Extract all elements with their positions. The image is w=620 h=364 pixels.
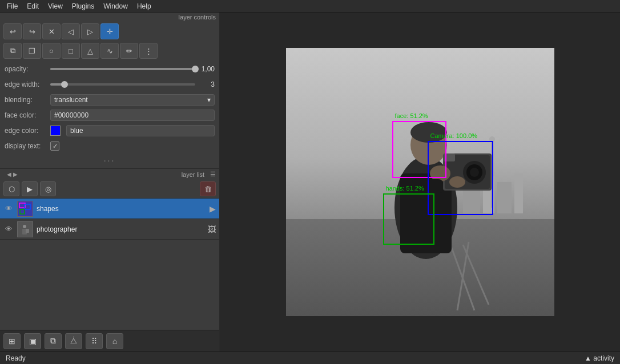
menu-view[interactable]: View: [43, 1, 67, 11]
layer-photographer[interactable]: 👁 photographer 🖼: [0, 219, 219, 240]
svg-rect-2: [20, 209, 25, 214]
layer-thumb-photographer: [17, 221, 33, 237]
tool-undo[interactable]: ↩: [3, 23, 22, 39]
bottom-toolbar: ⊞ ▣ ⧉ ⧊ ⠿ ⌂: [0, 330, 219, 351]
layer-name-photographer: photographer: [37, 225, 204, 233]
tool-nodes[interactable]: ⋮: [139, 43, 158, 59]
menu-plugins[interactable]: Plugins: [67, 1, 99, 11]
layer-thumb-shapes: [17, 201, 33, 217]
edge-width-slider-container: 3: [50, 80, 215, 88]
edge-width-value: 3: [199, 80, 215, 88]
tool-next[interactable]: ▷: [81, 23, 99, 39]
display-text-checkbox[interactable]: ✓: [50, 141, 59, 151]
display-text-label: display text:: [5, 142, 50, 150]
activity-text: ▲ activity: [585, 354, 614, 362]
menu-file[interactable]: File: [2, 1, 22, 11]
ll-add-shapes[interactable]: ⬡: [3, 181, 19, 196]
tool-ellipse[interactable]: ○: [42, 43, 61, 59]
tool-copy[interactable]: ❐: [23, 43, 41, 59]
tool-prev[interactable]: ◁: [62, 23, 80, 39]
tool-rect[interactable]: □: [62, 43, 80, 59]
canvas-area[interactable]: face: 51.2% Camera: 100.0% hands: 51.2%: [220, 13, 620, 351]
layer-list-menu-icon[interactable]: ☰: [210, 171, 216, 178]
edge-color-label: edge color:: [5, 127, 50, 135]
ll-add-vector[interactable]: ▶: [22, 181, 38, 196]
layer-list-title: layer list: [182, 171, 204, 178]
more-options-dots[interactable]: ···: [0, 155, 219, 166]
detection-box-hands: hands: 51.2%: [383, 193, 434, 245]
menu-window[interactable]: Window: [99, 1, 132, 11]
opacity-slider-container: 1,00: [50, 65, 215, 73]
blending-label: blending:: [5, 96, 50, 104]
detection-label-face: face: 51.2%: [393, 112, 430, 120]
edge-color-input[interactable]: blue: [66, 125, 215, 136]
bt-terminal[interactable]: ⊞: [3, 333, 21, 349]
ll-add-label[interactable]: ◎: [40, 181, 56, 196]
image-container: face: 51.2% Camera: 100.0% hands: 51.2%: [286, 48, 554, 316]
tool-redo[interactable]: ↪: [23, 23, 41, 39]
mini-right-icon: ▶: [13, 171, 18, 177]
edge-width-label: edge width:: [5, 80, 50, 88]
tool-curve[interactable]: ∿: [100, 43, 119, 59]
detection-label-camera: Camera: 100.0%: [429, 132, 480, 140]
tools-row-1: ↩ ↪ ✕ ◁ ▷ ✛: [0, 22, 219, 41]
status-text: Ready: [6, 354, 26, 362]
bt-grid[interactable]: ⠿: [86, 333, 103, 349]
tool-triangle[interactable]: △: [81, 43, 99, 59]
face-color-row: face color: #00000000: [5, 109, 215, 122]
svg-point-3: [23, 225, 26, 228]
main-layout: layer controls ↩ ↪ ✕ ◁ ▷ ✛ ⧉ ❐ ○ □ △ ∿ ✏…: [0, 13, 620, 351]
svg-rect-5: [26, 229, 29, 233]
svg-rect-10: [497, 182, 512, 213]
opacity-value: 1,00: [199, 65, 215, 73]
layer-list-header: ◀ ▶ layer list ☰: [0, 169, 219, 180]
edge-width-slider[interactable]: [50, 83, 195, 86]
tool-close[interactable]: ✕: [42, 23, 61, 39]
layer-arrow-shapes: ▶: [210, 204, 216, 213]
edge-color-row: edge color: blue: [5, 124, 215, 137]
edge-width-row: edge width: 3: [5, 78, 215, 91]
layer-name-shapes: shapes: [37, 205, 206, 213]
opacity-label: opacity:: [5, 65, 50, 73]
photographer-image: [286, 48, 554, 316]
svg-rect-11: [514, 173, 523, 213]
layer-controls-title: layer controls: [179, 14, 216, 21]
bt-home[interactable]: ⌂: [106, 333, 123, 349]
blending-row: blending: translucent ▾: [5, 94, 215, 106]
ll-delete-layer[interactable]: 🗑: [200, 181, 216, 196]
chevron-down-icon: ▾: [207, 96, 211, 104]
edge-color-value: blue: [70, 127, 83, 135]
properties-panel: opacity: 1,00 edge width:: [0, 60, 219, 155]
left-panel: layer controls ↩ ↪ ✕ ◁ ▷ ✛ ⧉ ❐ ○ □ △ ∿ ✏…: [0, 13, 220, 351]
bt-stack-right[interactable]: ⧊: [65, 333, 82, 349]
mini-controls: ◀ ▶: [3, 170, 21, 179]
layer-visibility-shapes[interactable]: 👁: [3, 204, 14, 213]
layer-visibility-photographer[interactable]: 👁: [3, 225, 14, 233]
layer-list-title-area: layer list ☰: [182, 171, 216, 178]
layer-icon-photographer: 🖼: [208, 225, 216, 234]
layer-controls-header: layer controls: [0, 13, 219, 22]
menu-edit[interactable]: Edit: [22, 1, 43, 11]
detection-box-camera: Camera: 100.0%: [428, 141, 493, 215]
edge-color-swatch[interactable]: [50, 126, 61, 136]
menu-help[interactable]: Help: [132, 1, 156, 11]
bt-stack-left[interactable]: ⧉: [45, 333, 62, 349]
layer-shapes[interactable]: 👁 shapes ▶: [0, 199, 219, 219]
tool-duplicate[interactable]: ⧉: [3, 43, 22, 59]
tool-pencil[interactable]: ✏: [120, 43, 138, 59]
menubar: File Edit View Plugins Window Help: [0, 0, 620, 13]
face-color-input[interactable]: #00000000: [50, 110, 215, 121]
layer-controls-section: layer controls ↩ ↪ ✕ ◁ ▷ ✛ ⧉ ❐ ○ □ △ ∿ ✏…: [0, 13, 219, 169]
blending-dropdown[interactable]: translucent ▾: [50, 94, 215, 106]
opacity-row: opacity: 1,00: [5, 63, 215, 75]
mini-left-icon: ◀: [7, 171, 11, 177]
tools-row-2: ⧉ ❐ ○ □ △ ∿ ✏ ⋮: [0, 41, 219, 60]
layer-list-toolbar: ⬡ ▶ ◎ 🗑: [0, 180, 219, 199]
face-color-label: face color:: [5, 111, 50, 119]
layer-list-section: ◀ ▶ layer list ☰ ⬡ ▶ ◎ 🗑 👁: [0, 169, 219, 330]
tool-move[interactable]: ✛: [100, 23, 119, 39]
bt-screen[interactable]: ▣: [24, 333, 41, 349]
detection-label-hands: hands: 51.2%: [384, 184, 426, 192]
opacity-slider[interactable]: [50, 68, 195, 70]
statusbar: Ready ▲ activity: [0, 351, 620, 364]
